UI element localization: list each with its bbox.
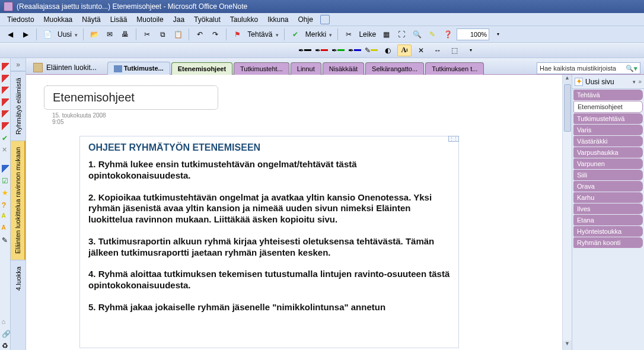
- fullscreen-button[interactable]: ⛶: [395, 28, 408, 41]
- flag-x-icon[interactable]: ✕: [2, 146, 9, 154]
- clip-icon[interactable]: ✂: [342, 28, 355, 41]
- back-button[interactable]: ◀: [4, 28, 17, 41]
- new-button[interactable]: Uusi: [56, 30, 79, 39]
- new-page-button[interactable]: ✦ Uusi sivu ▾ »: [572, 75, 644, 89]
- home-icon[interactable]: ⌂: [2, 318, 9, 326]
- para-3[interactable]: 3. Tutkimusraportin alkuun ryhmä kirjaa …: [88, 236, 450, 259]
- page-tab[interactable]: Tutkimustehtävä: [573, 113, 643, 124]
- copy-button[interactable]: ⧉: [156, 28, 169, 41]
- menu-view[interactable]: Näytä: [78, 14, 104, 25]
- flag-icon[interactable]: ⚑: [231, 28, 244, 41]
- mark-button[interactable]: Merkki: [304, 30, 334, 39]
- flag-aa-yellow-icon[interactable]: A: [2, 212, 9, 221]
- page-title-frame[interactable]: Etenemisohjeet: [44, 85, 218, 110]
- flag-star-icon[interactable]: ★: [2, 189, 9, 197]
- paste-button[interactable]: 📋: [171, 28, 184, 41]
- pen-blue[interactable]: ✒: [347, 44, 362, 56]
- clip-button[interactable]: Leike: [358, 30, 377, 39]
- cut-button[interactable]: ✂: [141, 28, 154, 41]
- menu-window[interactable]: Ikkuna: [264, 14, 292, 25]
- mark-check-icon[interactable]: ✔: [289, 28, 302, 41]
- page-tab[interactable]: Varis: [573, 125, 643, 135]
- doc-body[interactable]: 1. Ryhmä lukee ensin tutkimustehtävän on…: [88, 159, 450, 313]
- highlight-button[interactable]: ✎: [426, 28, 439, 41]
- vertical-scrollbar[interactable]: ▲ ▼: [562, 75, 572, 350]
- flag-check-icon[interactable]: ✔: [2, 134, 9, 142]
- page-tab[interactable]: Hyönteistoukka: [573, 226, 643, 237]
- page-scroll[interactable]: Etenemisohjeet 15. toukokuuta 2008 9:05 …: [26, 75, 562, 350]
- menu-edit[interactable]: Muokkaa: [40, 14, 76, 25]
- section-tab-tutkimuksen[interactable]: Tutkimuksen t...: [425, 62, 484, 75]
- flag-aa-orange-icon[interactable]: A: [2, 224, 9, 233]
- delete-button[interactable]: ✕: [414, 44, 428, 56]
- doc-heading[interactable]: OHJEET RYHMÄTYÖN ETENEMISEEN: [88, 142, 450, 153]
- menu-tools[interactable]: Työkalut: [190, 14, 224, 25]
- scroll-thumb[interactable]: [564, 84, 571, 132]
- redo-button[interactable]: ↷: [209, 28, 222, 41]
- menu-format[interactable]: Muotoile: [133, 14, 167, 25]
- page-tab[interactable]: Etana: [573, 215, 643, 225]
- table-button[interactable]: ▦: [380, 28, 393, 41]
- new-dropdown-icon[interactable]: 📄: [41, 28, 54, 41]
- section-group-tutkimuste[interactable]: Tutkimuste...: [107, 62, 170, 75]
- para-2[interactable]: 2. Kopioikaa tutkimustehtävän ongelmat j…: [88, 192, 450, 225]
- vtab-elainten-luokittelua[interactable]: Eläinten luokittelua ravinnon mukaan: [11, 141, 25, 260]
- section-tab-tutkimusteht[interactable]: Tutkimusteht...: [234, 62, 289, 75]
- help-balloon-icon[interactable]: ❓: [441, 28, 454, 41]
- recycle-icon[interactable]: ♻: [2, 342, 9, 350]
- menu-insert[interactable]: Lisää: [107, 14, 131, 25]
- notebook-header[interactable]: Eläinten luokit...: [30, 61, 103, 74]
- menu-help[interactable]: Ohje: [295, 14, 317, 25]
- page-surface[interactable]: Etenemisohjeet 15. toukokuuta 2008 9:05 …: [26, 75, 562, 350]
- menu-file[interactable]: Tiedosto: [4, 14, 38, 25]
- flag-red-icon[interactable]: [2, 110, 9, 119]
- format-overflow[interactable]: ▾: [464, 44, 478, 56]
- page-tab[interactable]: Västäräkki: [573, 136, 643, 147]
- forward-button[interactable]: ▶: [19, 28, 32, 41]
- section-tab-linnut[interactable]: Linnut: [291, 62, 321, 75]
- page-tab[interactable]: Karhu: [573, 192, 643, 203]
- para-4[interactable]: 4. Ryhmä aloittaa tutkimuksen tekemisen …: [88, 269, 450, 291]
- eraser[interactable]: ◐: [381, 44, 395, 56]
- page-tab[interactable]: Ryhmän koonti: [573, 237, 643, 248]
- pen-red[interactable]: ✒: [314, 44, 329, 56]
- print-button[interactable]: 🖶: [119, 28, 132, 41]
- help-icon[interactable]: [320, 15, 330, 24]
- search-icon[interactable]: 🔍▾: [626, 65, 637, 72]
- flag-question-icon[interactable]: ?: [2, 201, 9, 209]
- space-button[interactable]: ↔: [431, 44, 445, 56]
- vtab-4luokka[interactable]: 4.luokka: [11, 260, 25, 297]
- menu-table[interactable]: Taulukko: [227, 14, 262, 25]
- scroll-down-button[interactable]: ▼: [563, 341, 572, 350]
- mail-button[interactable]: ✉: [103, 28, 116, 41]
- page-tab[interactable]: Etenemisohjeet: [573, 101, 643, 113]
- note-drag-handle[interactable]: ⋮⋮: [448, 136, 459, 142]
- lasso-button[interactable]: ⬚: [447, 44, 461, 56]
- find-button[interactable]: 🔍: [410, 28, 423, 41]
- undo-button[interactable]: ↶: [193, 28, 206, 41]
- expand-pagelist-icon[interactable]: »: [638, 78, 642, 85]
- select-text-button[interactable]: AI: [397, 44, 412, 56]
- task-button[interactable]: Tehtävä: [246, 30, 279, 39]
- flag-red-icon[interactable]: [2, 63, 9, 71]
- flag-pencil-icon[interactable]: ✎: [2, 236, 9, 244]
- link-icon[interactable]: 🔗: [2, 330, 9, 338]
- section-tab-etenemisohjeet[interactable]: Etenemisohjeet: [171, 62, 232, 75]
- page-title[interactable]: Etenemisohjeet: [53, 91, 135, 104]
- highlighter-yellow[interactable]: ✎: [364, 44, 378, 56]
- page-tab[interactable]: Varpunen: [573, 158, 643, 169]
- expand-nav-button[interactable]: »: [11, 58, 25, 71]
- page-tab[interactable]: Varpushaukka: [573, 147, 643, 158]
- page-tab[interactable]: Orava: [573, 181, 643, 192]
- scroll-up-button[interactable]: ▲: [563, 75, 572, 84]
- open-button[interactable]: 📂: [88, 28, 101, 41]
- pen-black[interactable]: ✒: [298, 44, 312, 56]
- para-5[interactable]: 5. Ryhmä jakaa jokaiselle ryhmän jäsenel…: [88, 302, 450, 313]
- chevron-down-icon[interactable]: ▾: [633, 79, 636, 85]
- flag-red-icon[interactable]: [2, 87, 9, 95]
- flag-blue-icon[interactable]: [2, 165, 9, 173]
- section-tab-selkarangatto[interactable]: Selkärangatto...: [365, 62, 424, 75]
- vtab-ryhmatyo[interactable]: Ryhmätyö eläimistä: [11, 71, 25, 141]
- search-input[interactable]: Hae kaikista muistikirjoista 🔍▾: [537, 62, 640, 74]
- section-tab-nisakkaat[interactable]: Nisäkkäät: [323, 62, 364, 75]
